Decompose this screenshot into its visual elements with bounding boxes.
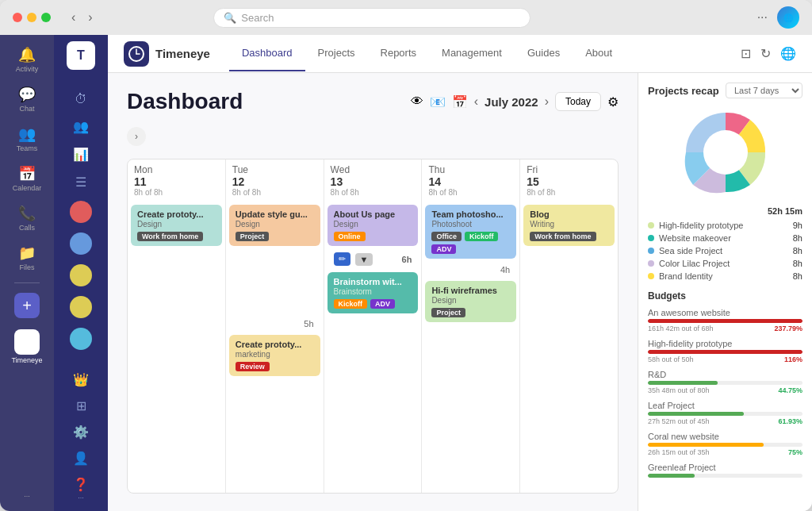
maximize-button[interactable] [41, 13, 51, 22]
task-card[interactable]: Hi-fi wireframes Design Project [425, 281, 516, 322]
task-card[interactable]: Team photosho... Photoshoot Office Kicko… [425, 205, 516, 259]
nav-link-dashboard[interactable]: Dashboard [229, 36, 305, 71]
sidebar-item-more[interactable]: ··· [5, 487, 49, 505]
calendar-view-icon[interactable]: 👁 [411, 94, 423, 109]
calendar-settings-icon[interactable]: ⚙ [607, 94, 619, 110]
more-options-icon[interactable]: ··· [757, 10, 768, 25]
color-avatar-teal[interactable] [70, 328, 92, 350]
te-nav-grid[interactable]: ⊞ [59, 395, 102, 417]
budget-name: High-fidelity prototype [648, 339, 802, 348]
task-card[interactable]: Create prototy... Design Work from home [131, 205, 222, 246]
te-nav-chart[interactable]: 📊 [59, 144, 102, 165]
edit-button[interactable]: ✏ [334, 252, 350, 266]
task-card[interactable]: Update style gu... Design Project [229, 205, 320, 246]
refresh-icon[interactable]: ↻ [760, 46, 771, 61]
outlook-icon[interactable]: 📧 [430, 94, 446, 110]
add-app-button[interactable]: + [14, 293, 40, 318]
budget-pct: 116% [784, 355, 802, 363]
legend-item: Website makeover 8h [648, 233, 802, 243]
dashboard-main: Dashboard 👁 📧 📅 ‹ July 2022 › Today [108, 73, 638, 511]
task-tags: Project [431, 308, 510, 317]
teams-cal-icon[interactable]: 📅 [452, 94, 468, 110]
legend-label: High-fidelity prototype [659, 221, 788, 230]
sidebar-item-timeneye[interactable]: ⏱ Timeneye [5, 325, 49, 369]
day-name-thu: Thu [428, 164, 513, 175]
sidebar-item-teams[interactable]: 👥 Teams [5, 121, 49, 157]
budget-detail: 35h 48m out of 80h 44.75% [648, 386, 802, 394]
brand-logo [124, 41, 149, 67]
day-hours-wed: 8h of 8h [331, 188, 416, 197]
budget-item-6: Greenleaf Project [648, 463, 802, 478]
color-avatar-red[interactable] [70, 201, 92, 223]
sidebar-item-chat[interactable]: 💬 Chat [5, 81, 49, 117]
sidebar-item-calendar[interactable]: 📅 Calendar [5, 160, 49, 197]
task-card[interactable]: Brainstorm wit... Brainstorm Kickoff ADV [327, 272, 419, 313]
color-avatar-yellow2[interactable] [70, 296, 92, 318]
nav-link-reports[interactable]: Reports [368, 36, 430, 71]
budget-bar [648, 443, 764, 447]
task-card[interactable]: Blog Writing Work from home [523, 205, 615, 246]
month-nav: ‹ July 2022 › [474, 94, 549, 109]
sidebar-item-files[interactable]: 📁 Files [5, 240, 49, 276]
timer-icon: ⏱ [75, 92, 87, 106]
te-nav-help[interactable]: ❓ ··· [59, 474, 102, 505]
people-icon: 👥 [73, 119, 89, 134]
tag-office: Office [431, 232, 462, 241]
globe-icon[interactable]: 🌐 [780, 46, 796, 61]
color-avatar-yellow1[interactable] [70, 264, 92, 286]
sidebar-item-activity[interactable]: 🔔 Activity [5, 41, 49, 78]
legend: High-fidelity prototype 9h Website makeo… [648, 221, 802, 281]
te-nav-list[interactable]: ☰ [59, 171, 102, 193]
timeneye-logo[interactable]: T [67, 41, 95, 70]
timeneye-logo-svg [128, 46, 144, 62]
nav-link-management[interactable]: Management [429, 36, 515, 71]
day-num-fri: 15 [527, 175, 611, 188]
task-title: Create prototy... [236, 340, 314, 349]
prev-month-button[interactable]: ‹ [474, 94, 478, 109]
today-button[interactable]: Today [555, 92, 601, 111]
color-avatar-blue[interactable] [70, 232, 92, 255]
crown-icon: 👑 [73, 372, 89, 387]
period-dropdown[interactable]: Last 7 days Last 30 days This month [726, 83, 802, 98]
te-nav-crown[interactable]: 👑 [59, 369, 102, 390]
back-button[interactable]: ‹ [67, 7, 80, 28]
search-bar[interactable]: 🔍 Search [213, 8, 530, 28]
budget-detail: 27h 52m out of 45h 61.93% [648, 417, 802, 425]
close-button[interactable] [13, 13, 22, 22]
nav-link-guides[interactable]: Guides [515, 36, 573, 71]
forward-button[interactable]: › [83, 7, 97, 28]
timeneye-label: Timeneye [11, 356, 42, 364]
tag-kickoff: Kickoff [334, 299, 368, 309]
view-icon[interactable]: ⊡ [741, 46, 751, 61]
task-title: Update style gu... [236, 209, 314, 219]
nav-link-projects[interactable]: Projects [305, 36, 368, 71]
minimize-button[interactable] [27, 13, 36, 22]
avatar[interactable]: 🌐 [777, 6, 799, 29]
task-title: Brainstorm wit... [334, 277, 412, 286]
task-tags-2: ADV [431, 244, 510, 254]
te-nav-timer[interactable]: ⏱ [59, 89, 102, 110]
files-icon: 📁 [18, 244, 36, 262]
te-nav-settings[interactable]: ⚙️ [59, 421, 102, 443]
dropdown-button[interactable]: ▼ [355, 253, 373, 266]
expand-button[interactable]: › [127, 127, 146, 146]
task-card[interactable]: Create prototy... marketing Review [229, 335, 320, 376]
nav-link-about[interactable]: About [573, 36, 625, 71]
legend-item: Brand Identity 8h [648, 271, 802, 281]
expand-row: › [127, 127, 619, 152]
tag: Project [236, 232, 270, 241]
task-sub: Design [137, 220, 216, 229]
month-label: July 2022 [485, 95, 538, 109]
budget-bar-wrap [648, 350, 802, 354]
te-nav-profile[interactable]: 👤 [59, 448, 102, 469]
sidebar-item-calls[interactable]: 📞 Calls [5, 200, 49, 236]
day-name-wed: Wed [331, 164, 416, 175]
task-card[interactable]: About Us page Design Online [327, 205, 419, 246]
day-tasks-mon: Create prototy... Design Work from home [128, 202, 225, 249]
search-icon: 🔍 [224, 12, 236, 24]
task-tags: Online [334, 232, 412, 241]
legend-dot [648, 235, 654, 241]
next-month-button[interactable]: › [545, 94, 549, 109]
te-nav-people[interactable]: 👥 [59, 116, 102, 137]
budget-pct: 61.93% [778, 417, 802, 425]
